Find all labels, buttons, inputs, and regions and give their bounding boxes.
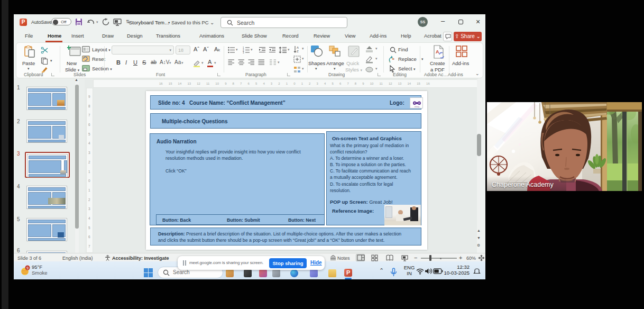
svg-text:9: 9 — [26, 266, 29, 270]
svg-text:A: A — [436, 49, 439, 54]
svg-text:b: b — [392, 57, 394, 60]
svg-text:3: 3 — [243, 51, 244, 53]
svg-text:Infinity: Infinity — [415, 106, 420, 108]
svg-text:A: A — [297, 46, 299, 49]
svg-text:Z: Z — [297, 50, 299, 53]
svg-text:c: c — [389, 60, 391, 63]
